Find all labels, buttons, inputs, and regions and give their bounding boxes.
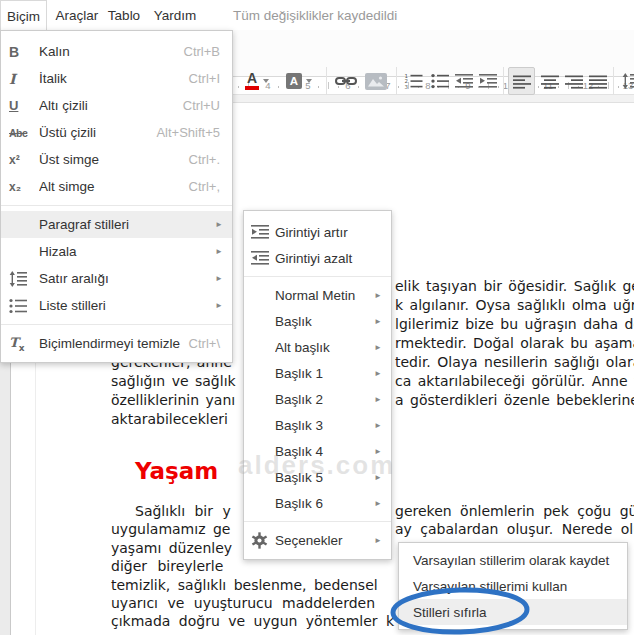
document-text-fragment: diğer bireylerle bbox=[111, 558, 223, 574]
list-styles-icon bbox=[1, 298, 39, 314]
document-heading: Yaşam bbox=[135, 458, 218, 484]
menu-item-girintiyi-azalt[interactable]: Girintiyi azalt bbox=[244, 245, 391, 271]
menu-item-shortcut: Ctrl+. bbox=[189, 152, 232, 167]
align-left-button[interactable] bbox=[508, 67, 535, 95]
menu-item-label: Seçenekler bbox=[275, 533, 374, 548]
save-status: Tüm değişiklikler kaydedildi bbox=[233, 0, 397, 30]
document-text-fragment: ay çabalardan oluşur. Nerede olu bbox=[395, 521, 634, 537]
menu-item-baslik-4[interactable]: Başlık 4► bbox=[244, 438, 391, 464]
menu-item-shortcut: Ctrl+U bbox=[183, 98, 232, 113]
document-text-fragment: gereken önlemlerin pek çoğu gün bbox=[395, 503, 634, 519]
align-right-button[interactable] bbox=[561, 67, 586, 95]
style-options-menu: Varsayılan stillerim olarak kaydetVarsay… bbox=[398, 542, 628, 630]
document-text-fragment: sağlığın ve sağlık bbox=[111, 373, 236, 389]
menu-item-label: Başlık 2 bbox=[275, 392, 374, 407]
superscript-icon: x² bbox=[1, 153, 39, 167]
submenu-arrow-icon: ► bbox=[374, 369, 391, 378]
menu-item-secenekler[interactable]: Seçenekler► bbox=[244, 527, 391, 553]
document-text-fragment: k algılanır. Oysa sağlıklı olma uğrund bbox=[395, 297, 634, 313]
insert-link-button[interactable] bbox=[331, 67, 361, 95]
menu-item-girintiyi-artir[interactable]: Girintiyi artır bbox=[244, 219, 391, 245]
menu-item-shortcut: Alt+Shift+5 bbox=[156, 125, 232, 140]
decrease-indent-button[interactable] bbox=[451, 67, 476, 95]
highlight-color-button[interactable]: A bbox=[280, 67, 318, 95]
menu-item-label: Varsayılan stillerimi kullan bbox=[399, 579, 627, 594]
submenu-arrow-icon: ► bbox=[374, 499, 391, 508]
menu-separator bbox=[1, 205, 232, 206]
menu-separator bbox=[244, 276, 391, 277]
menu-item-kalin[interactable]: BKalınCtrl+B bbox=[1, 38, 232, 65]
menu-item-alt-baslik[interactable]: Alt başlık► bbox=[244, 334, 391, 360]
menu-item-baslik[interactable]: Başlık► bbox=[244, 308, 391, 334]
insert-image-button[interactable] bbox=[361, 67, 391, 95]
menu-item-liste-stilleri[interactable]: Liste stilleri► bbox=[1, 292, 232, 319]
menu-item-alt-simge[interactable]: x₂Alt simgeCtrl+, bbox=[1, 173, 232, 200]
menu-item-baslik-5[interactable]: Başlık 5► bbox=[244, 464, 391, 490]
menu-item-alti-cizili[interactable]: UAltı çiziliCtrl+U bbox=[1, 92, 232, 119]
menu-item-i-talik[interactable]: IİtalikCtrl+I bbox=[1, 65, 232, 92]
numbered-list-button[interactable]: 123 bbox=[401, 67, 426, 95]
strikethrough-icon: Abc bbox=[1, 127, 39, 139]
document-text-fragment: lgilerimiz bize bu uğraşın daha doğru bbox=[395, 316, 634, 332]
menu-item-label: Başlık 4 bbox=[275, 444, 374, 459]
document-text-fragment: a gösterdikleri özenle bebeklerine s bbox=[395, 392, 634, 408]
toolbar-separator bbox=[396, 67, 397, 95]
menu-item-ust-simge[interactable]: x²Üst simgeCtrl+. bbox=[1, 146, 232, 173]
toolbar-separator bbox=[613, 67, 614, 95]
document-text-fragment: Sağlıklı bir y bbox=[135, 503, 231, 519]
align-center-button[interactable] bbox=[537, 67, 562, 95]
menu-item-label: Girintiyi azalt bbox=[275, 251, 391, 266]
menu-item-normal-metin[interactable]: Normal Metin► bbox=[244, 282, 391, 308]
bulleted-list-button[interactable] bbox=[427, 67, 452, 95]
menu-item-baslik-3[interactable]: Başlık 3► bbox=[244, 412, 391, 438]
menu-item-label: Kalın bbox=[39, 44, 184, 59]
submenu-arrow-icon: ► bbox=[215, 274, 232, 283]
ruler-tick bbox=[398, 86, 399, 88]
menu-item-varsayilan-stillerimi-kullan[interactable]: Varsayılan stillerimi kullan bbox=[399, 573, 627, 599]
menu-item-hizala[interactable]: Hizala► bbox=[1, 238, 232, 265]
menu-item-paragraf-stilleri[interactable]: Paragraf stilleri► bbox=[1, 211, 232, 238]
ruler-tick bbox=[318, 86, 319, 88]
clear-formatting-icon: Tx bbox=[1, 335, 39, 353]
align-left-icon bbox=[513, 74, 531, 89]
menu-item-label: Hizala bbox=[39, 244, 215, 259]
paragraph-styles-menu: Girintiyi artırGirintiyi azaltNormal Met… bbox=[243, 210, 392, 560]
menu-item-label: Normal Metin bbox=[275, 288, 374, 303]
menu-item-label: Girintiyi artır bbox=[275, 225, 391, 240]
menubar-item-yardim[interactable]: Yardım bbox=[148, 0, 202, 30]
increase-indent-button[interactable] bbox=[475, 67, 500, 95]
menu-item-label: Alt başlık bbox=[275, 340, 374, 355]
submenu-arrow-icon: ► bbox=[374, 447, 391, 456]
submenu-arrow-icon: ► bbox=[374, 343, 391, 352]
text-color-icon: A bbox=[245, 72, 259, 90]
dropdown-caret-icon bbox=[306, 79, 312, 83]
decrease-indent-icon bbox=[244, 250, 275, 266]
document-text-fragment: ca aktarılabileceği görülür. Anne ve bbox=[395, 373, 634, 389]
menu-item-baslik-1[interactable]: Başlık 1► bbox=[244, 360, 391, 386]
menu-item-label: Biçimlendirmeyi temizle bbox=[39, 336, 189, 351]
menu-item-label: Varsayılan stillerim olarak kaydet bbox=[399, 553, 627, 568]
menu-item-label: Üstü çizili bbox=[39, 125, 156, 140]
justify-icon bbox=[589, 74, 607, 89]
menu-item-ustu-cizili[interactable]: AbcÜstü çiziliAlt+Shift+5 bbox=[1, 119, 232, 146]
menubar-item-bicim[interactable]: Biçim bbox=[0, 0, 47, 31]
menu-item-label: Liste stilleri bbox=[39, 298, 215, 313]
menu-item-label: İtalik bbox=[39, 71, 189, 86]
menu-item-baslik-2[interactable]: Başlık 2► bbox=[244, 386, 391, 412]
menu-item-label: Alt simge bbox=[39, 179, 189, 194]
document-text-fragment: uygulamamız ge bbox=[111, 521, 230, 537]
document-text-fragment: yaşamı düzenley bbox=[111, 540, 232, 556]
menu-item-baslik-6[interactable]: Başlık 6► bbox=[244, 490, 391, 516]
line-spacing-button[interactable] bbox=[618, 67, 634, 95]
submenu-arrow-icon: ► bbox=[374, 473, 391, 482]
menu-item-varsayilan-stillerim-olarak-kaydet[interactable]: Varsayılan stillerim olarak kaydet bbox=[399, 547, 627, 573]
subscript-icon: x₂ bbox=[1, 180, 39, 194]
menu-item-stilleri-sifirla[interactable]: Stilleri sıfırla bbox=[399, 599, 627, 625]
menu-item-label: Satır aralığı bbox=[39, 271, 215, 286]
menubar-item-araclar[interactable]: Araçlar bbox=[52, 0, 102, 30]
menu-item-bicimlendirmeyi-temizle[interactable]: TxBiçimlendirmeyi temizleCtrl+\ bbox=[1, 330, 232, 357]
text-color-button[interactable]: A bbox=[238, 67, 276, 95]
justify-button[interactable] bbox=[585, 67, 610, 95]
menu-item-satir-araligi[interactable]: Satır aralığı► bbox=[1, 265, 232, 292]
menubar-item-tablo[interactable]: Tablo bbox=[102, 0, 146, 30]
